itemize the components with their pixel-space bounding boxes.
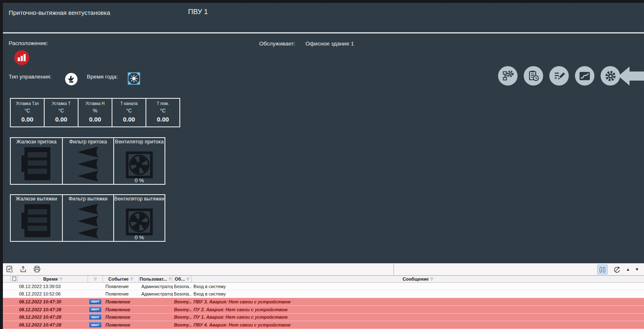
printer-icon: [33, 265, 41, 273]
pause-updates-button[interactable]: [597, 265, 608, 274]
filter-icon[interactable]: ▽: [430, 277, 433, 281]
hand-mode-icon[interactable]: [65, 73, 78, 86]
event-column-header[interactable]: Событие▽: [103, 276, 139, 282]
scroll-down-button[interactable]: ▼: [635, 265, 639, 274]
setpoint-cell[interactable]: Т канала °С 0.00: [112, 99, 145, 126]
object-column-header[interactable]: Об...▽: [173, 276, 192, 282]
event-message: Вход в систему: [192, 290, 644, 298]
ack-column-header[interactable]: ▽: [88, 276, 103, 282]
exhaust-fan-tile[interactable]: Вентилятор вытяжки 0 %: [113, 195, 165, 241]
filter-icon[interactable]: ▽: [130, 277, 133, 281]
fan-icon: [126, 208, 153, 237]
bookmark-column-header[interactable]: [11, 276, 18, 282]
event-message: Вход в систему: [192, 283, 644, 290]
back-button[interactable]: [618, 66, 644, 88]
ack-button[interactable]: КВИТ: [89, 314, 102, 320]
filter-icon[interactable]: ▽: [94, 277, 97, 281]
setpoint-cell[interactable]: Уставка Т °С 0.00: [44, 99, 78, 126]
user-column-header[interactable]: Пользоват...▽: [139, 276, 173, 282]
print-button[interactable]: [33, 265, 41, 273]
app-panel: Приточно-вытяжная вентустановка ПВУ 1 Ра…: [3, 3, 644, 329]
event-object: Венту...: [173, 298, 192, 305]
event-message: ПУ 1. Авария: Нет связи с устройством: [192, 314, 644, 321]
setpoint-cell[interactable]: Т пом. °С 0.00: [145, 99, 179, 126]
season-label: Время года:: [87, 74, 118, 80]
snowflake-icon[interactable]: [128, 72, 140, 85]
filter-icon: [77, 203, 99, 241]
event-type: Появление: [103, 290, 139, 298]
journal-edit-button[interactable]: [549, 66, 569, 86]
setpoints-table: Уставка Тзл °С 0.00 Уставка Т °С 0.00 Ус…: [10, 98, 180, 127]
location-label: Расположение:: [9, 40, 48, 46]
scroll-up-button[interactable]: ▲: [626, 265, 630, 274]
journal-toolbar: ▲ ▼: [3, 263, 644, 276]
event-type: Появление: [103, 283, 139, 290]
control-type-label: Тип управления:: [9, 74, 52, 80]
message-column-header[interactable]: Сообщение▽: [192, 276, 644, 282]
event-row[interactable]: 08.12.2022 13:39:03 Появление Администра…: [3, 283, 644, 291]
event-object: Безопа...: [173, 283, 192, 290]
exhaust-equipment-row: Жалюзи вытяжки Фильтр вытяжки: [10, 194, 165, 242]
supply-filter-tile[interactable]: Фильтр притока: [62, 138, 113, 184]
fan-icon: [126, 151, 153, 180]
event-user: [139, 306, 173, 313]
event-time: 08.12.2022 10:47:28: [18, 314, 88, 321]
title-bar: Приточно-вытяжная вентустановка ПВУ 1: [3, 3, 644, 32]
alarm-row[interactable]: 08.12.2022 10:47:28 КВИТ Появление Венту…: [3, 321, 644, 329]
trends-icon: [579, 71, 590, 81]
serves-value: Офисное здание 1: [305, 41, 354, 47]
export-button[interactable]: [19, 265, 27, 273]
event-journal: ▲ ▼ Время▽ ▽ Событие▽ Пользоват...▽ Об..…: [3, 263, 644, 329]
ack-button[interactable]: КВИТ: [89, 322, 102, 328]
setpoint-cell[interactable]: Уставка Тзл °С 0.00: [11, 99, 44, 126]
exhaust-filter-tile[interactable]: Фильтр вытяжки: [62, 195, 113, 241]
selector-column-header[interactable]: [3, 276, 11, 282]
location-icon[interactable]: [14, 50, 29, 65]
event-type: Появление: [103, 321, 139, 329]
alarm-row[interactable]: 08.12.2022 10:47:30 КВИТ Появление Венту…: [3, 298, 644, 306]
event-type: Появление: [103, 314, 139, 321]
event-time: 08.12.2022 13:39:03: [18, 283, 88, 290]
ack-button[interactable]: КВИТ: [89, 307, 102, 312]
event-message: ПУ 2. Авария: Нет связи с устройством: [192, 306, 644, 313]
fan-speed-value: 0 %: [114, 234, 165, 241]
event-time: 08.12.2022 10:52:06: [18, 290, 88, 298]
mimic-area: Расположение: Тип управления: Время года…: [3, 33, 644, 263]
fan-speed-value: 0 %: [114, 177, 165, 184]
refresh-icon: [613, 266, 621, 274]
schedule-clock-icon: [528, 70, 539, 81]
time-column-header[interactable]: Время▽: [18, 276, 88, 282]
event-object: Безопа...: [173, 290, 192, 298]
schedule-button[interactable]: [524, 66, 543, 86]
filter-icon[interactable]: ▽: [60, 277, 62, 281]
gear-icon: [605, 70, 616, 82]
supply-louvers-tile[interactable]: Жалюзи притока: [11, 138, 62, 184]
event-object: Венту...: [173, 314, 192, 321]
ack-button[interactable]: КВИТ: [89, 299, 102, 305]
bookmark-icon: [12, 277, 16, 281]
refresh-button[interactable]: [613, 265, 621, 274]
louvers-icon: [21, 203, 52, 240]
alarm-row[interactable]: 08.12.2022 10:47:28 КВИТ Появление Венту…: [3, 306, 644, 314]
unit-name: ПВУ 1: [188, 8, 208, 16]
ack-all-button[interactable]: [5, 265, 14, 273]
event-user: [139, 321, 173, 329]
event-message: ПВУ 3. Авария: Нет связи с устройством: [192, 298, 644, 305]
setpoint-cell[interactable]: Уставка Н % 0.00: [78, 99, 112, 126]
supply-fan-tile[interactable]: Вентилятор притока 0 %: [113, 138, 165, 184]
exhaust-louvers-tile[interactable]: Жалюзи вытяжки: [11, 195, 62, 241]
trends-button[interactable]: [575, 66, 594, 86]
settings-button[interactable]: [601, 66, 620, 86]
event-object: Венту...: [173, 306, 192, 313]
event-object: Венту...: [173, 321, 192, 329]
setpoint-value: 0.00: [11, 115, 44, 124]
alarm-row[interactable]: 08.12.2022 10:47:28 КВИТ Появление Венту…: [3, 314, 644, 322]
filter-icon[interactable]: ▽: [186, 277, 189, 281]
scheme-settings-button[interactable]: [498, 66, 518, 86]
event-row[interactable]: 08.12.2022 10:52:06 Появление Администра…: [3, 290, 644, 298]
filter-icon[interactable]: ▽: [169, 277, 172, 281]
event-time: 08.12.2022 10:47:28: [18, 321, 88, 329]
export-icon: [19, 265, 27, 273]
journal-edit-icon: [553, 71, 565, 81]
serves-label: Обслуживает:: [259, 41, 296, 47]
